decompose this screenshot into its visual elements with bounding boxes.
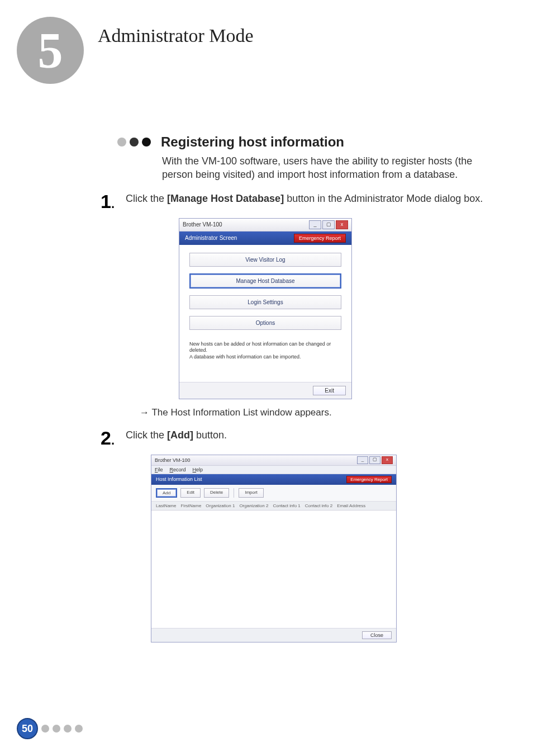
dlg2-column-headers: LastName FirstName Organization 1 Organi… (151, 502, 396, 511)
manage-host-database-button[interactable]: Manage Host Database (189, 273, 341, 289)
step-2-bold: [Add] (167, 429, 193, 441)
step-2-text-post: button. (193, 429, 227, 441)
step-1-bold: [Manage Host Database] (167, 193, 284, 204)
page-footer: 50 (17, 718, 83, 739)
dlg2-menubar: FFileile RecordRecord HelpHelp (151, 466, 396, 474)
close-icon[interactable]: x (336, 220, 348, 229)
host-info-list-screenshot: Brother VM-100 _ ▢ x FFileile RecordReco… (151, 455, 397, 642)
minimize-icon[interactable]: _ (309, 220, 321, 229)
col-contact2[interactable]: Contact info 2 (305, 503, 332, 508)
step-2-number: 2 (101, 427, 111, 448)
page-number-badge: 50 (17, 718, 38, 739)
minimize-icon[interactable]: _ (357, 456, 368, 464)
arrow-icon: → (140, 407, 149, 418)
dlg1-titlebar: Brother VM-100 _ ▢ x (179, 219, 351, 231)
exit-button[interactable]: Exit (313, 386, 346, 395)
section-body: With the VM-100 software, users have the… (162, 154, 505, 182)
emergency-report-button[interactable]: Emergency Report (294, 234, 346, 243)
footer-dot (75, 725, 83, 733)
section-bullets (117, 138, 151, 147)
chapter-number: 5 (38, 22, 63, 79)
col-org1[interactable]: Organization 1 (206, 503, 235, 508)
footer-dot (64, 725, 72, 733)
dlg2-titlebar: Brother VM-100 _ ▢ x (151, 455, 396, 466)
menu-help[interactable]: HelpHelp (193, 467, 203, 472)
step-1-number: 1 (101, 191, 111, 212)
col-org2[interactable]: Organization 2 (239, 503, 268, 508)
close-button[interactable]: Close (362, 631, 392, 639)
page-number: 50 (22, 723, 33, 735)
dlg2-list-area (151, 511, 396, 628)
step-2-text-pre: Click the (126, 429, 167, 441)
dlg2-window-title: Brother VM-100 (155, 457, 191, 463)
step-1-text-pre: Click the (126, 193, 167, 204)
col-firstname[interactable]: FirstName (180, 503, 201, 508)
edit-button[interactable]: Edit (180, 488, 201, 498)
section-heading: Registering host information (161, 134, 344, 150)
footer-dot (53, 725, 60, 733)
col-contact1[interactable]: Contact info 1 (273, 503, 300, 508)
import-button[interactable]: Import (239, 488, 264, 498)
step-1-text-post: button in the Administrator Mode dialog … (284, 193, 483, 204)
chapter-title: Administrator Mode (98, 25, 254, 46)
close-icon[interactable]: x (382, 456, 393, 464)
dlg2-screen-label: Host Information List (156, 476, 202, 482)
dlg1-window-title: Brother VM-100 (183, 221, 222, 228)
col-email[interactable]: Email Address (337, 503, 365, 508)
step-2: 2. Click the [Add] button. (101, 428, 505, 448)
col-lastname[interactable]: LastName (156, 503, 176, 508)
login-settings-button[interactable]: Login Settings (189, 295, 341, 309)
footer-dot (41, 725, 49, 733)
dlg1-help-text: New hosts can be added or host informati… (189, 337, 341, 377)
delete-button[interactable]: Delete (204, 488, 229, 498)
menu-record[interactable]: RecordRecord (170, 467, 186, 472)
emergency-report-button[interactable]: Emergency Report (346, 476, 392, 483)
dlg1-screen-label: Administrator Screen (185, 235, 237, 241)
maximize-icon[interactable]: ▢ (322, 220, 335, 229)
add-button[interactable]: Add (156, 488, 177, 498)
chapter-number-badge: 5 (17, 17, 84, 84)
dlg2-toolbar: Add Edit Delete Import (151, 485, 396, 502)
maximize-icon[interactable]: ▢ (369, 456, 380, 464)
step-1: 1. Click the [Manage Host Database] butt… (101, 192, 505, 211)
options-button[interactable]: Options (189, 316, 341, 330)
menu-file[interactable]: FFileile (155, 467, 163, 472)
view-visitor-log-button[interactable]: View Visitor Log (189, 253, 341, 267)
admin-mode-dialog-screenshot: Brother VM-100 _ ▢ x Administrator Scree… (179, 218, 352, 399)
step-1-result: → The Host Information List window appea… (140, 407, 505, 418)
